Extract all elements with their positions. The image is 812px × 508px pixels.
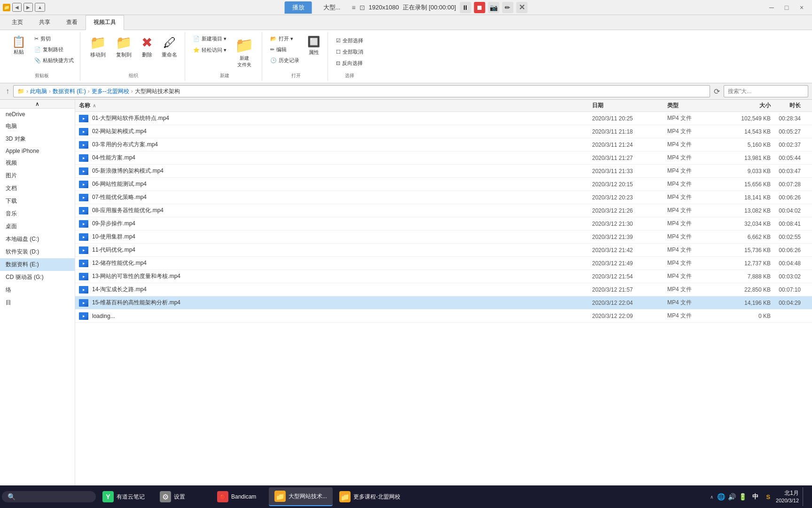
header-duration[interactable]: 时长 — [771, 102, 808, 110]
search-input[interactable] — [724, 85, 808, 97]
nav-back-button[interactable]: ◀ — [12, 3, 22, 12]
tab-view[interactable]: 查看 — [58, 15, 86, 30]
lang-chinese[interactable]: 中 — [750, 492, 760, 502]
sidebar-item-onedrive[interactable]: neDrive — [0, 109, 75, 120]
show-desktop-button[interactable] — [803, 487, 806, 506]
nav-up-addr-button[interactable]: ↑ — [4, 86, 11, 96]
select-all-button[interactable]: ☑ 全部选择 — [334, 36, 366, 46]
sidebar-item-cd-g[interactable]: CD 驱动器 (G:) — [0, 271, 75, 284]
maximize-button[interactable]: □ — [780, 2, 793, 13]
table-row[interactable]: 01-大型网站软件系统特点.mp4 2020/3/11 20:25 MP4 文件… — [75, 112, 812, 125]
sidebar-item-documents[interactable]: 文档 — [0, 182, 75, 195]
sidebar-item-iphone[interactable]: Apple iPhone — [0, 145, 75, 157]
screenshot-button[interactable]: 📷 — [488, 2, 499, 13]
nav-up-button[interactable]: ▲ — [35, 3, 45, 12]
table-row[interactable]: 11-代码优化.mp4 2020/3/12 21:42 MP4 文件 15,73… — [75, 244, 812, 257]
sidebar-item-desktop[interactable]: 桌面 — [0, 220, 75, 233]
address-path[interactable]: 📁 › 此电脑 › 数据资料 (E:) › 更多--北盟网校 › 大型网站技术架… — [13, 85, 710, 97]
recording-size-icon[interactable]: ⊡ — [359, 4, 365, 11]
table-row[interactable]: 12-储存性能优化.mp4 2020/3/12 21:49 MP4 文件 12,… — [75, 257, 812, 270]
volume-icon[interactable]: 🔊 — [728, 493, 736, 500]
copy-path-button[interactable]: 📄 复制路径 — [32, 45, 76, 55]
sidebar-item-data-e[interactable]: 数据资料 (E:) — [0, 258, 75, 271]
recording-tab-inactive[interactable]: 大型... — [316, 1, 348, 14]
battery-icon[interactable]: 🔋 — [739, 493, 747, 500]
sidebar-item-3d-objects[interactable]: 3D 对象 — [0, 133, 75, 145]
recording-menu-icon[interactable]: ≡ — [351, 4, 355, 11]
sidebar-item-videos[interactable]: 视频 — [0, 157, 75, 169]
sidebar-item-computer[interactable]: 电脑 — [0, 120, 75, 133]
tab-home[interactable]: 主页 — [4, 15, 31, 30]
network-icon[interactable]: 🌐 — [717, 493, 725, 500]
header-size[interactable]: 大小 — [724, 102, 771, 110]
file-size: 9,033 KB — [724, 168, 771, 175]
taskbar-search[interactable]: 🔍 — [2, 491, 96, 502]
paste-button[interactable]: 📋 粘贴 — [8, 34, 30, 58]
recording-tab-active[interactable]: 播放 — [285, 1, 312, 14]
move-to-button[interactable]: 📁 移动到 — [86, 34, 110, 59]
properties-button[interactable]: 🔲 属性 — [304, 34, 324, 58]
table-row[interactable]: 02-网站架构模式.mp4 2020/3/11 21:18 MP4 文件 14,… — [75, 125, 812, 138]
taskbar-app-settings[interactable]: ⚙ 设置 — [154, 487, 211, 506]
header-name[interactable]: 名称 ∧ — [79, 102, 592, 110]
delete-button[interactable]: ✖ 删除 — [138, 34, 156, 59]
delete-icon: ✖ — [141, 35, 152, 50]
history-button[interactable]: 🕒 历史记录 — [268, 56, 302, 65]
invert-selection-button[interactable]: ⊡ 反向选择 — [334, 58, 366, 68]
cut-button[interactable]: ✂ 剪切 — [32, 34, 76, 44]
table-row[interactable]: 10-使用集群.mp4 2020/3/12 21:39 MP4 文件 6,662… — [75, 230, 812, 244]
taskbar-app-folder2[interactable]: 📁 更多课程-北盟网校 — [334, 487, 406, 506]
sidebar: ∧ neDrive 电脑 3D 对象 Apple iPhone 视频 图片 文档… — [0, 100, 75, 499]
taskbar-app-folder1[interactable]: 📁 大型网站技术... — [269, 487, 333, 506]
taskbar-app-youdao[interactable]: Y 有道云笔记 — [97, 487, 153, 506]
close-button[interactable]: × — [795, 2, 808, 13]
table-row[interactable]: 05-新浪微博的架构模式.mp4 2020/3/11 21:33 MP4 文件 … — [75, 165, 812, 178]
tab-video-tools[interactable]: 视频工具 — [86, 15, 124, 30]
scroll-up-button[interactable]: ∧ — [0, 100, 75, 109]
breadcrumb-folder1[interactable]: 更多--北盟网校 — [92, 87, 129, 95]
rename-button[interactable]: 🖊 重命名 — [158, 34, 181, 59]
header-type[interactable]: 类型 — [667, 102, 724, 110]
breadcrumb-computer[interactable]: 此电脑 — [30, 87, 47, 95]
file-name-cell: 03-常用的分布式方案.mp4 — [79, 141, 592, 149]
table-row[interactable]: loading... 2020/3/12 22:09 MP4 文件 0 KB — [75, 310, 812, 323]
sidebar-item-eye[interactable]: 目 — [0, 296, 75, 309]
paste-shortcut-button[interactable]: 📎 粘贴快捷方式 — [32, 56, 76, 65]
copy-to-button[interactable]: 📁 复制到 — [112, 34, 136, 59]
sidebar-item-local-c[interactable]: 本地磁盘 (C:) — [0, 233, 75, 246]
table-row[interactable]: 07-性能优化策略.mp4 2020/3/12 20:23 MP4 文件 18,… — [75, 191, 812, 204]
table-row[interactable]: 04-性能方案.mp4 2020/3/11 21:27 MP4 文件 13,98… — [75, 151, 812, 165]
lang-sougou[interactable]: S — [764, 492, 772, 501]
table-row[interactable]: 15-维基百科的高性能架构分析.mp4 2020/3/12 22:04 MP4 … — [75, 296, 812, 310]
new-item-button[interactable]: 📄 新建项目 ▾ — [191, 34, 229, 44]
new-folder-button[interactable]: 📁 新建文件夹 — [231, 34, 258, 71]
table-row[interactable]: 09-异步操作.mp4 2020/3/12 21:30 MP4 文件 32,03… — [75, 217, 812, 230]
easy-access-button[interactable]: ⭐ 轻松访问 ▾ — [191, 45, 229, 55]
minimize-button[interactable]: ─ — [765, 2, 778, 13]
sidebar-item-downloads[interactable]: 下载 — [0, 195, 75, 207]
close-recording-button[interactable]: ✕ — [516, 2, 527, 13]
taskbar-app-bandicam[interactable]: 🔴 Bandicam — [211, 487, 268, 506]
table-row[interactable]: 14-淘宝成长之路.mp4 2020/3/12 21:57 MP4 文件 22,… — [75, 283, 812, 296]
refresh-button[interactable]: ⟳ — [712, 86, 722, 97]
select-none-button[interactable]: ☐ 全部取消 — [334, 47, 366, 57]
open-button[interactable]: 📂 打开 ▾ — [268, 34, 302, 44]
sidebar-item-software-d[interactable]: 软件安装 (D:) — [0, 246, 75, 258]
header-date[interactable]: 日期 — [592, 102, 667, 110]
taskbar-clock[interactable]: 北1月 2020/3/12 — [776, 489, 799, 504]
table-row[interactable]: 08-应用服务器性能优化.mp4 2020/3/12 21:26 MP4 文件 … — [75, 204, 812, 217]
sidebar-item-music[interactable]: 音乐 — [0, 207, 75, 220]
nav-forward-button[interactable]: ▶ — [23, 3, 33, 12]
edit-button[interactable]: ✏ 编辑 — [268, 45, 302, 55]
pen-button[interactable]: ✏ — [502, 2, 513, 13]
table-row[interactable]: 03-常用的分布式方案.mp4 2020/3/11 21:24 MP4 文件 5… — [75, 138, 812, 151]
sidebar-item-network[interactable]: 络 — [0, 284, 75, 296]
pause-button[interactable]: ⏸ — [460, 2, 471, 13]
sys-tray-arrow[interactable]: ∧ — [710, 494, 713, 500]
table-row[interactable]: 13-网站的可靠性的度量和考核.mp4 2020/3/12 21:54 MP4 … — [75, 270, 812, 283]
table-row[interactable]: 06-网站性能测试.mp4 2020/3/12 20:15 MP4 文件 15,… — [75, 178, 812, 191]
sidebar-item-pictures[interactable]: 图片 — [0, 169, 75, 182]
stop-button[interactable]: ⏹ — [474, 2, 485, 13]
tab-share[interactable]: 共享 — [31, 15, 58, 30]
breadcrumb-drive[interactable]: 数据资料 (E:) — [53, 87, 86, 95]
